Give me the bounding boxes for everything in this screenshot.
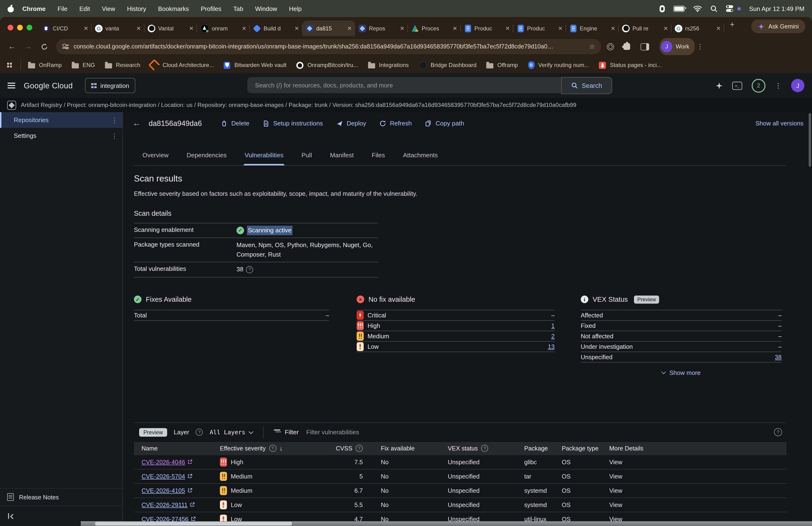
- cloud-search-button[interactable]: Search: [561, 77, 612, 94]
- browser-tab[interactable]: Engine ✕: [566, 20, 619, 36]
- menu-item[interactable]: Edit: [79, 5, 90, 12]
- browser-tab[interactable]: Repos ✕: [355, 20, 408, 36]
- cloud-search-field[interactable]: [247, 77, 561, 93]
- browser-tab[interactable]: Proces ✕: [408, 20, 461, 36]
- tab-close-icon[interactable]: ✕: [136, 25, 141, 32]
- view-details-link[interactable]: View: [609, 472, 786, 480]
- tab-close-icon[interactable]: ✕: [294, 25, 299, 32]
- collapse-sidebar-icon[interactable]: [8, 513, 15, 519]
- tab-close-icon[interactable]: ✕: [452, 25, 457, 32]
- detail-tab[interactable]: Attachments: [402, 144, 439, 165]
- tab-close-icon[interactable]: ✕: [347, 25, 352, 32]
- help-icon[interactable]: [246, 266, 253, 273]
- detail-tab[interactable]: Pull: [301, 144, 313, 165]
- menu-item[interactable]: Chrome: [22, 5, 46, 12]
- column-fix-available[interactable]: Fix available: [366, 445, 448, 452]
- cve-link[interactable]: CVE-2026-5704: [142, 472, 192, 480]
- bookmark-star-icon[interactable]: ☆: [589, 43, 595, 51]
- side-panel-icon[interactable]: [641, 43, 649, 50]
- column-name[interactable]: Name: [142, 445, 220, 452]
- extensions-icon[interactable]: [623, 43, 630, 50]
- url-bar[interactable]: console.cloud.google.com/artifacts/docke…: [56, 39, 601, 54]
- project-selector[interactable]: integration: [85, 78, 135, 93]
- control-center-icon[interactable]: [726, 5, 734, 12]
- browser-tab[interactable]: onram ✕: [197, 20, 250, 36]
- browser-tab[interactable]: Vantal ✕: [144, 20, 197, 36]
- wifi-icon[interactable]: [693, 5, 701, 12]
- bookmark-item[interactable]: OnrampBitcoin/tru...: [296, 61, 358, 69]
- tab-close-icon[interactable]: ✕: [189, 25, 194, 32]
- apple-icon[interactable]: [8, 5, 14, 12]
- severity-help-icon[interactable]: [269, 445, 276, 452]
- browser-tab[interactable]: vanta ✕: [92, 20, 144, 36]
- browser-tab[interactable]: Produc ✕: [513, 20, 566, 36]
- breadcrumb-text[interactable]: Artifact Registry / Project: onramp-bitc…: [21, 102, 576, 108]
- tab-close-icon[interactable]: ✕: [663, 25, 668, 32]
- severity-count[interactable]: –: [551, 311, 555, 318]
- sort-descending-icon[interactable]: [279, 445, 282, 452]
- nav-menu-icon[interactable]: [8, 83, 15, 88]
- detail-tab[interactable]: Files: [371, 144, 386, 165]
- column-severity[interactable]: Effective severity: [220, 445, 327, 452]
- tab-close-icon[interactable]: ✕: [505, 25, 510, 32]
- show-all-versions-link[interactable]: Show all versions: [755, 120, 803, 127]
- bookmark-item[interactable]: Bitwarden Web vault: [224, 61, 287, 69]
- action-button[interactable]: Deploy: [336, 120, 366, 127]
- tab-close-icon[interactable]: ✕: [716, 25, 721, 32]
- cve-link[interactable]: CVE-2026-4105: [142, 487, 192, 494]
- release-notes-item[interactable]: Release Notes: [0, 488, 122, 506]
- vex-row-value[interactable]: –: [778, 332, 782, 340]
- bookmark-item[interactable]: Status pages - inci...: [599, 61, 662, 69]
- vex-row-value[interactable]: –: [778, 311, 782, 318]
- cvss-help-icon[interactable]: [356, 445, 363, 452]
- bookmark-item[interactable]: Bridge Dashboard: [419, 61, 477, 69]
- action-button[interactable]: Refresh: [379, 120, 412, 127]
- cloud-search-input[interactable]: [254, 81, 555, 89]
- column-package[interactable]: Package: [524, 445, 562, 452]
- back-icon[interactable]: ←: [5, 42, 19, 51]
- menu-bar-clock[interactable]: Sun Apr 12 1:49 PM: [749, 5, 804, 12]
- ask-gemini-button[interactable]: Ask Gemini: [751, 19, 806, 33]
- new-tab-button[interactable]: +: [730, 20, 735, 29]
- google-cloud-logo[interactable]: Google Cloud: [24, 81, 73, 90]
- table-help-icon[interactable]: [774, 428, 782, 436]
- browser-tab[interactable]: da815 ✕: [303, 20, 355, 36]
- bookmark-item[interactable]: Integrations: [368, 62, 409, 68]
- menu-item[interactable]: Window: [255, 5, 277, 12]
- battery-icon[interactable]: [673, 5, 684, 12]
- column-vex-status[interactable]: VEX status: [448, 445, 524, 452]
- tab-close-icon[interactable]: ✕: [400, 25, 405, 32]
- tab-close-icon[interactable]: ✕: [611, 25, 615, 32]
- vex-row-value[interactable]: –: [778, 322, 782, 329]
- browser-tab[interactable]: CI/CD ✕: [39, 20, 92, 36]
- minimize-window-button[interactable]: [17, 25, 23, 30]
- action-button[interactable]: Copy path: [425, 120, 464, 127]
- detail-tab[interactable]: Manifest: [329, 144, 355, 165]
- menu-item[interactable]: Tab: [233, 5, 243, 12]
- column-cvss[interactable]: CVSS: [327, 445, 366, 452]
- action-button[interactable]: Delete: [221, 120, 249, 127]
- gemini-icon[interactable]: [715, 82, 723, 89]
- horizontal-scrollbar[interactable]: [81, 521, 812, 526]
- menu-item[interactable]: Bookmarks: [158, 5, 189, 12]
- zoom-window-button[interactable]: [27, 25, 32, 30]
- apps-grid-icon[interactable]: [6, 62, 12, 68]
- tracking-protection-icon[interactable]: [607, 43, 614, 50]
- spotlight-icon[interactable]: [710, 5, 717, 12]
- browser-tab[interactable]: rs256 ✕: [671, 20, 724, 36]
- column-more-details[interactable]: More Details: [609, 445, 786, 452]
- forward-icon[interactable]: →: [21, 42, 35, 51]
- severity-count[interactable]: 2: [551, 332, 555, 340]
- bookmark-item[interactable]: Cloud Architecture...: [150, 61, 214, 69]
- tab-close-icon[interactable]: ✕: [84, 25, 88, 32]
- vertical-scrollbar[interactable]: [809, 113, 811, 167]
- notifications-badge[interactable]: 2: [752, 79, 766, 93]
- view-details-link[interactable]: View: [609, 501, 786, 508]
- horizontal-scrollbar-thumb[interactable]: [95, 522, 292, 526]
- cve-link[interactable]: CVE-2026-4046: [142, 458, 192, 466]
- tab-close-icon[interactable]: ✕: [242, 25, 246, 32]
- show-more-link[interactable]: Show more: [581, 369, 782, 376]
- menu-item[interactable]: Help: [289, 5, 302, 12]
- sidebar-item[interactable]: Repositories ⋮: [0, 112, 122, 128]
- bookmark-item[interactable]: ENG: [72, 62, 95, 68]
